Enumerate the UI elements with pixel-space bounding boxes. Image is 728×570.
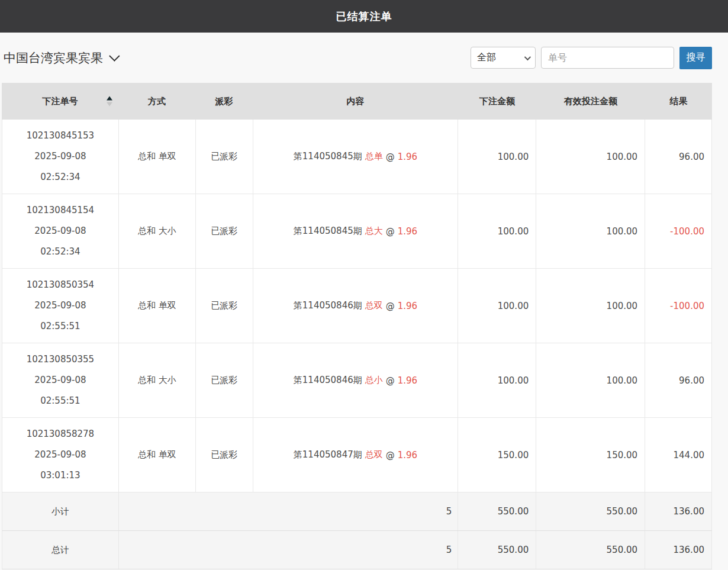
cell-valid-amount: 100.00 — [536, 343, 645, 417]
sort-asc-icon — [107, 96, 112, 101]
cell-content: 第114050847期 总双 @ 1.96 — [253, 418, 459, 492]
content-period: 第114050847期 — [294, 449, 362, 460]
cell-valid-amount: 100.00 — [536, 120, 645, 194]
total-label: 总计 — [2, 531, 119, 569]
content-odds: 1.96 — [398, 450, 417, 460]
col-header-order-id-label: 下注单号 — [43, 96, 78, 107]
order-time: 02:55:51 — [40, 391, 80, 411]
subtotal-bet-amount: 550.00 — [458, 492, 536, 530]
cell-bet-amount: 100.00 — [458, 269, 536, 343]
settled-bets-table: 下注单号 方式 派彩 内容 下注金额 有效投注金额 结果 10213084515… — [2, 83, 712, 569]
content-period: 第114050845期 — [294, 226, 362, 237]
cell-bet-amount: 100.00 — [458, 343, 536, 417]
col-header-order-id[interactable]: 下注单号 — [2, 96, 118, 107]
filter-select[interactable]: 全部 — [471, 47, 536, 69]
col-header-method: 方式 — [118, 96, 195, 107]
select-chevron-icon — [524, 53, 531, 60]
total-count: 5 — [119, 531, 459, 569]
sort-desc-icon — [107, 102, 112, 107]
cell-method: 总和 大小 — [119, 343, 196, 417]
page-title: 已结算注单 — [336, 9, 392, 24]
cell-valid-amount: 100.00 — [536, 269, 645, 343]
sort-arrows[interactable] — [107, 96, 112, 107]
top-bar: 已结算注单 — [0, 0, 728, 33]
cell-bet-amount: 150.00 — [458, 418, 536, 492]
order-id: 102130845154 — [27, 200, 95, 221]
content-odds: 1.96 — [398, 226, 417, 237]
cell-result: -100.00 — [645, 269, 712, 343]
order-id: 102130850354 — [27, 275, 95, 295]
cell-method: 总和 单双 — [119, 120, 196, 194]
content-pick: 总单 — [365, 151, 383, 162]
subtotal-result: 136.00 — [645, 492, 712, 530]
cell-content: 第114050846期 总双 @ 1.96 — [253, 269, 459, 343]
col-header-content: 内容 — [253, 96, 458, 107]
content-odds: 1.96 — [398, 301, 417, 311]
content-at: @ — [386, 375, 395, 386]
content-pick: 总小 — [365, 375, 383, 386]
toolbar: 中国台湾宾果宾果 全部 搜寻 — [0, 33, 728, 83]
table-row: 102130845154 2025-09-08 02:52:34 总和 大小 已… — [2, 194, 712, 269]
subtotal-count: 5 — [119, 492, 459, 530]
order-id: 102130850355 — [27, 349, 95, 370]
cell-method: 总和 单双 — [119, 418, 196, 492]
cell-order-id: 102130850355 2025-09-08 02:55:51 — [2, 343, 119, 417]
cell-result: 96.00 — [645, 120, 712, 194]
cell-valid-amount: 100.00 — [536, 194, 645, 268]
order-date: 2025-09-08 — [34, 146, 86, 167]
order-date: 2025-09-08 — [34, 221, 86, 241]
subtotal-row: 小计 5 550.00 550.00 136.00 — [2, 492, 712, 531]
total-bet-amount: 550.00 — [458, 531, 536, 569]
game-selector-label: 中国台湾宾果宾果 — [4, 50, 103, 66]
content-pick: 总双 — [365, 300, 383, 311]
content-pick: 总大 — [365, 226, 383, 237]
content-period: 第114050846期 — [294, 375, 362, 386]
cell-result: -100.00 — [645, 194, 712, 268]
table-header-row: 下注单号 方式 派彩 内容 下注金额 有效投注金额 结果 — [2, 83, 712, 120]
cell-content: 第114050845期 总大 @ 1.96 — [253, 194, 459, 268]
total-row: 总计 5 550.00 550.00 136.00 — [2, 531, 712, 569]
cell-payout: 已派彩 — [196, 343, 253, 417]
order-id: 102130858278 — [27, 424, 95, 445]
order-time: 02:52:34 — [40, 241, 80, 262]
subtotal-label: 小计 — [2, 492, 119, 530]
order-search-input[interactable] — [541, 47, 674, 69]
order-time: 03:01:13 — [40, 465, 80, 486]
subtotal-valid-amount: 550.00 — [536, 492, 645, 530]
content-period: 第114050846期 — [294, 300, 362, 311]
cell-method: 总和 单双 — [119, 269, 196, 343]
cell-bet-amount: 100.00 — [458, 194, 536, 268]
chevron-down-icon — [109, 50, 120, 61]
table-row: 102130850355 2025-09-08 02:55:51 总和 大小 已… — [2, 343, 712, 418]
game-selector[interactable]: 中国台湾宾果宾果 — [4, 50, 117, 66]
cell-order-id: 102130858278 2025-09-08 03:01:13 — [2, 418, 119, 492]
cell-order-id: 102130845153 2025-09-08 02:52:34 — [2, 120, 119, 194]
cell-payout: 已派彩 — [196, 120, 253, 194]
content-at: @ — [386, 226, 395, 237]
cell-order-id: 102130845154 2025-09-08 02:52:34 — [2, 194, 119, 268]
filter-select-value: 全部 — [477, 51, 496, 64]
content-odds: 1.96 — [398, 152, 417, 162]
cell-method: 总和 大小 — [119, 194, 196, 268]
col-header-result: 结果 — [645, 96, 712, 107]
content-period: 第114050845期 — [294, 151, 362, 162]
total-valid-amount: 550.00 — [536, 531, 645, 569]
table-row: 102130845153 2025-09-08 02:52:34 总和 单双 已… — [2, 120, 712, 194]
content-pick: 总双 — [365, 449, 383, 460]
col-header-bet-amount: 下注金额 — [458, 96, 536, 107]
cell-result: 96.00 — [645, 343, 712, 417]
order-date: 2025-09-08 — [34, 370, 86, 391]
cell-order-id: 102130850354 2025-09-08 02:55:51 — [2, 269, 119, 343]
table-row: 102130858278 2025-09-08 03:01:13 总和 单双 已… — [2, 418, 712, 492]
content-at: @ — [386, 152, 395, 162]
content-at: @ — [386, 301, 395, 311]
toolbar-controls: 全部 搜寻 — [471, 47, 712, 69]
cell-result: 144.00 — [645, 418, 712, 492]
cell-content: 第114050846期 总小 @ 1.96 — [253, 343, 459, 417]
cell-valid-amount: 150.00 — [536, 418, 645, 492]
cell-payout: 已派彩 — [196, 418, 253, 492]
search-button[interactable]: 搜寻 — [679, 47, 712, 69]
col-header-valid-amount: 有效投注金额 — [536, 96, 645, 107]
total-result: 136.00 — [645, 531, 712, 569]
content-at: @ — [386, 450, 395, 460]
